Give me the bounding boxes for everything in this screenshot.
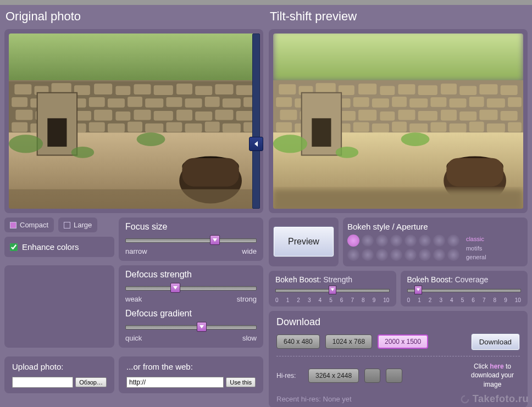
defocus-min-label: weak — [125, 295, 142, 303]
svg-rect-71 — [398, 84, 415, 94]
hires-size[interactable]: 3264 x 2448 — [308, 369, 359, 383]
bokeh-cat-motifs[interactable]: motifs — [466, 244, 486, 253]
svg-rect-14 — [215, 84, 233, 94]
svg-rect-46 — [108, 124, 125, 133]
svg-rect-16 — [12, 97, 27, 107]
download-here-link[interactable]: here — [490, 363, 503, 370]
svg-rect-106 — [353, 122, 369, 132]
svg-rect-47 — [128, 122, 142, 132]
bokeh-option[interactable] — [390, 249, 402, 261]
defocus-gradient-slider[interactable] — [125, 323, 257, 332]
svg-rect-50 — [185, 124, 202, 133]
preview-title: Tilt-shift preview — [270, 9, 527, 24]
bokeh-boost-strength-panel: Bokeh Boost: Strength 012345678910 — [269, 271, 396, 306]
enhance-colors-checkbox[interactable] — [10, 243, 18, 251]
browse-button[interactable]: Обзор… — [75, 377, 107, 387]
focus-line-slider-handle[interactable] — [249, 137, 263, 151]
bokeh-option[interactable] — [376, 249, 388, 261]
svg-rect-41 — [12, 122, 27, 132]
bokeh-option[interactable] — [447, 235, 459, 247]
focus-size-slider[interactable] — [125, 236, 257, 245]
download-hint: Click here to download your image — [465, 362, 520, 389]
bokeh-style-panel: Bokeh style / Aperture — [343, 218, 528, 266]
divider — [276, 356, 520, 356]
upload-panel: Upload photo: Обзор… — [4, 356, 114, 393]
upload-title: Upload photo: — [12, 362, 107, 371]
svg-rect-24 — [166, 97, 182, 107]
bokeh-grid — [347, 235, 459, 261]
svg-rect-29 — [15, 110, 32, 120]
compact-label: Compact — [20, 221, 48, 229]
svg-rect-112 — [469, 122, 484, 132]
svg-rect-63 — [273, 34, 523, 81]
file-input[interactable] — [12, 377, 73, 388]
radio-filled-icon — [10, 222, 16, 228]
gradient-min-label: quick — [125, 334, 142, 342]
svg-rect-49 — [166, 122, 182, 132]
svg-rect-84 — [409, 98, 428, 108]
svg-rect-101 — [501, 111, 518, 121]
svg-rect-0 — [9, 34, 259, 81]
svg-rect-4 — [14, 84, 31, 94]
boost-coverage-slider[interactable] — [407, 287, 522, 295]
svg-rect-39 — [215, 110, 233, 120]
radio-empty-icon — [64, 222, 70, 228]
bokeh-option[interactable] — [404, 249, 417, 261]
bokeh-category-labels: classic motifs general — [466, 235, 486, 262]
bokeh-option[interactable] — [404, 235, 417, 247]
boost-strength-label: Strength — [323, 275, 352, 284]
compact-size-button[interactable]: Compact — [4, 218, 54, 232]
original-title: Original photo — [5, 9, 262, 24]
svg-rect-87 — [469, 97, 484, 107]
svg-rect-81 — [353, 97, 369, 107]
svg-rect-75 — [479, 84, 497, 94]
defocus-strength-slider[interactable] — [125, 284, 257, 293]
svg-rect-124 — [273, 189, 523, 209]
recent-value: None yet — [323, 395, 352, 403]
right-column: Tilt-shift preview — [269, 5, 528, 407]
bokeh-option[interactable] — [362, 235, 374, 247]
svg-rect-100 — [479, 110, 497, 120]
download-panel: Download 640 x 480 1024 x 768 2000 x 150… — [269, 311, 528, 408]
url-input[interactable] — [126, 377, 224, 388]
download-size-2[interactable]: 2000 x 1500 — [378, 334, 428, 349]
bokeh-option[interactable] — [419, 249, 431, 261]
bokeh-option[interactable] — [447, 249, 459, 261]
download-button[interactable]: Download — [471, 333, 520, 350]
bokeh-option[interactable] — [433, 249, 445, 261]
url-upload-panel: ...or from the web: Use this — [119, 356, 263, 393]
bokeh-option[interactable] — [376, 235, 388, 247]
focus-line-slider-track[interactable] — [252, 34, 260, 209]
enhance-colors-toggle[interactable]: Enhance colors — [4, 237, 114, 257]
svg-rect-32 — [75, 111, 91, 121]
bokeh-option[interactable] — [390, 235, 402, 247]
svg-rect-25 — [185, 98, 202, 108]
triangle-left-icon — [253, 141, 259, 147]
enhance-colors-label: Enhance colors — [22, 242, 79, 252]
url-upload-title: ...or from the web: — [126, 362, 256, 371]
use-this-button[interactable]: Use this — [226, 377, 256, 387]
svg-rect-113 — [487, 124, 505, 133]
defocus-gradient-title: Defocus gradient — [125, 309, 257, 319]
download-size-1[interactable]: 1024 x 768 — [325, 334, 372, 349]
bokeh-option[interactable] — [347, 249, 359, 261]
large-size-button[interactable]: Large — [58, 218, 97, 232]
svg-rect-65 — [279, 84, 296, 94]
preview-photo — [273, 34, 523, 209]
defocus-strength-title: Defocus strength — [125, 270, 257, 280]
svg-point-123 — [336, 147, 358, 158]
bokeh-option[interactable] — [362, 249, 374, 261]
download-size-0[interactable]: 640 x 480 — [276, 334, 320, 349]
bokeh-option[interactable] — [419, 235, 431, 247]
preview-button[interactable]: Preview — [273, 226, 334, 257]
hires-slot-2: . — [386, 369, 402, 383]
svg-rect-37 — [176, 110, 192, 121]
bokeh-cat-classic[interactable]: classic — [466, 235, 486, 244]
bokeh-cat-general[interactable]: general — [466, 253, 486, 262]
boost-strength-slider[interactable] — [275, 287, 390, 295]
bokeh-option[interactable] — [433, 235, 445, 247]
original-photo — [9, 34, 259, 209]
boost-coverage-ticks: 012345678910 — [407, 297, 522, 303]
bokeh-option[interactable] — [347, 235, 359, 247]
svg-point-121 — [273, 135, 307, 153]
